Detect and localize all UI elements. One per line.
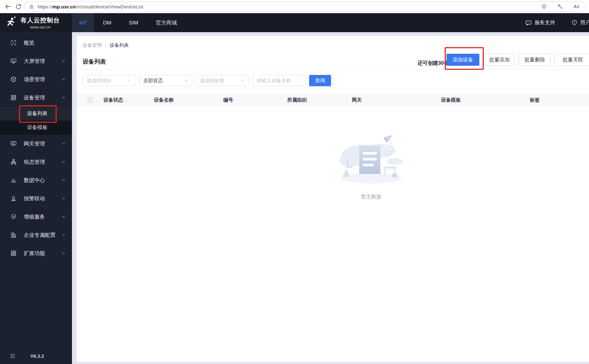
logo[interactable]: 有人云控制台 www.usr.cn [0,13,72,32]
sidebar-item-device-template[interactable]: 设备模板 [0,121,72,134]
sidebar-item-device-list[interactable]: 设备列表 [0,107,72,121]
quota-remaining-label: 还可创建30个 [418,60,449,67]
device-icon [10,94,17,101]
key-icon[interactable] [557,3,563,10]
column-header-device-name[interactable]: 设备名称 [154,95,174,106]
column-header-device-status[interactable]: 设备状态 [103,95,123,106]
data-center-icon [10,177,17,183]
breadcrumb-separator-icon: › [105,43,106,48]
chevron-up-icon [61,95,66,100]
browser-back-button[interactable] [3,1,13,12]
service-support-link[interactable]: 服务支持 [525,19,555,26]
sidebar-item-scene[interactable]: 场景管理 [0,70,72,88]
enterprise-icon [10,232,17,238]
column-header-organization[interactable]: 所属组织 [287,95,307,106]
user-center-label: 用户中心 [580,19,589,26]
status-select[interactable]: 全部状态 [139,75,192,86]
main-content: 设备管理 › 设备列表 设备列表 还可创建30个 添加设备 批量添加 批量删除 … [72,32,589,364]
scada-icon [10,159,17,165]
batch-add-button[interactable]: 批量添加 [484,54,515,66]
tab-sim[interactable]: SIM [120,13,147,32]
location-icon[interactable] [541,3,547,10]
tag-select[interactable]: 请选择标签 [196,75,249,86]
refresh-icon [15,3,22,10]
browser-toolbar: https://mp.usr.cn/#/cloud/device/ViewDev… [0,0,589,13]
extension-icon [10,250,17,257]
chevron-down-icon [61,59,66,63]
overview-icon [10,39,17,46]
sidebar-label: 大屏管理 [24,58,45,65]
sidebar-item-enterprise-config[interactable]: 企业专属配置 [0,226,72,244]
sidebar-item-extensions[interactable]: 扩展功能 [0,244,72,262]
page-title: 设备列表 [83,58,106,66]
sidebar-label: 设备模板 [27,124,48,131]
sidebar-item-scada[interactable]: 组态管理 [0,153,72,171]
breadcrumb-device-list: 设备列表 [110,42,129,49]
column-header-serial[interactable]: 编号 [223,95,233,106]
chevron-down-icon [241,79,245,83]
app-header: 有人云控制台 www.usr.cn IoT DM SIM 官方商城 服务支持 用… [0,13,589,32]
chevron-down-icon [61,160,66,164]
column-header-tag[interactable]: 标签 [530,95,540,106]
tab-iot[interactable]: IoT [72,13,94,32]
back-icon [4,3,12,10]
url-text: https://mp.usr.cn/#/cloud/device/ViewDev… [38,4,143,10]
device-management-submenu: 设备列表 设备模板 [0,107,72,134]
sidebar-label: 数据中心 [24,177,45,184]
sidebar-item-data-center[interactable]: 数据中心 [0,171,72,189]
chevron-down-icon [184,79,188,83]
chat-icon [525,19,532,26]
sidebar-label: 组态管理 [24,159,45,166]
gateway-icon [10,140,17,147]
sidebar-label: 设备列表 [27,110,48,117]
sidebar: 概览 大屏管理 场景管理 设备管理 设备列表 设备模板 网关管理 组态管理 数据 [0,32,72,364]
sidebar-label: 扩展功能 [24,250,45,257]
device-name-input-placeholder: 请输入设备名称 [256,77,291,84]
sidebar-item-alarm[interactable]: 报警联动 [0,189,72,208]
chevron-down-icon [61,77,66,81]
content-card: 设备管理 › 设备列表 设备列表 还可创建30个 添加设备 批量添加 批量删除 … [77,36,589,362]
sidebar-item-device-management[interactable]: 设备管理 [0,88,72,107]
sidebar-label: 概览 [24,39,34,46]
breadcrumb: 设备管理 › 设备列表 [83,42,129,49]
browser-refresh-button[interactable] [13,1,23,12]
app-subtitle: www.usr.cn [20,25,60,29]
version-label: V6.3.2 [30,353,44,359]
batch-link-button[interactable]: 批量关联 [555,54,589,66]
sidebar-item-big-screen[interactable]: 大屏管理 [0,52,72,70]
title-divider [83,69,589,70]
tab-official-store[interactable]: 官方商城 [147,13,186,32]
chevron-down-icon [61,215,66,219]
select-all-checkbox[interactable] [87,98,92,103]
empty-state: 暂无数据 [337,134,406,200]
organization-select[interactable]: 请选择组织 [83,75,136,86]
address-bar[interactable]: https://mp.usr.cn/#/cloud/device/ViewDev… [24,1,586,12]
sidebar-item-overview[interactable]: 概览 [0,34,72,52]
search-button[interactable]: 查询 [309,75,331,86]
organization-select-placeholder: 请选择组织 [87,77,111,84]
sidebar-label: 网关管理 [24,140,45,147]
sidebar-item-value-service[interactable]: 增值服务 [0,208,72,226]
batch-delete-button[interactable]: 批量删除 [519,54,551,66]
sidebar-label: 场景管理 [24,76,45,83]
collapse-sidebar-icon[interactable] [10,353,16,359]
add-device-button[interactable]: 添加设备 [446,54,479,66]
column-header-template[interactable]: 设备模板 [441,95,461,106]
lock-icon [29,4,34,10]
device-name-input[interactable]: 请输入设备名称 [252,75,305,86]
chevron-down-icon [61,251,66,255]
alarm-icon [10,195,17,202]
sidebar-item-gateway[interactable]: 网关管理 [0,134,72,153]
column-header-gateway[interactable]: 网关 [352,95,362,106]
tab-dm[interactable]: DM [94,13,120,32]
user-center-link[interactable]: 用户中心 [571,19,589,26]
device-table-header: 设备状态 设备名称 编号 所属组织 网关 设备模板 标签 [77,94,589,106]
service-support-label: 服务支持 [535,19,555,26]
runner-logo-icon [5,16,17,29]
read-aloud-icon[interactable] [573,3,580,10]
value-service-icon [10,213,17,220]
tag-select-placeholder: 请选择标签 [200,77,225,84]
breadcrumb-device-management[interactable]: 设备管理 [83,42,102,49]
scene-icon [10,76,17,83]
sidebar-label: 企业专属配置 [24,232,56,239]
